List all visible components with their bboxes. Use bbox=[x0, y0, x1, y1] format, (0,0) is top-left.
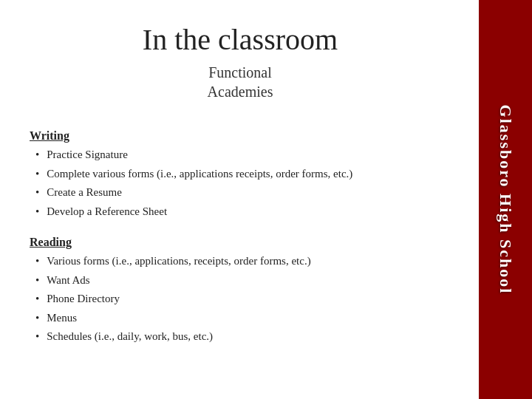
reading-list: • Various forms (i.e., applications, rec… bbox=[30, 252, 311, 347]
list-item: • Develop a Reference Sheet bbox=[35, 202, 352, 222]
bullet-icon: • bbox=[35, 165, 39, 184]
writing-heading: Writing bbox=[30, 129, 352, 143]
list-item: • Phone Directory bbox=[35, 290, 311, 309]
list-item: • Create a Resume bbox=[35, 183, 352, 202]
list-item: • Menus bbox=[35, 309, 311, 328]
page-title: In the classroom bbox=[30, 22, 451, 57]
content-area: In the classroom FunctionalAcademies Wri… bbox=[0, 0, 480, 399]
subtitle: FunctionalAcademies bbox=[30, 63, 451, 101]
list-item: • Practice Signature bbox=[35, 146, 352, 165]
reading-item-1: Various forms (i.e., applications, recei… bbox=[47, 252, 310, 271]
bullet-icon: • bbox=[35, 183, 39, 202]
writing-section: Writing • Practice Signature • Complete … bbox=[30, 119, 352, 225]
bullet-icon: • bbox=[35, 202, 39, 222]
writing-list: • Practice Signature • Complete various … bbox=[30, 146, 352, 221]
list-item: • Various forms (i.e., applications, rec… bbox=[35, 252, 311, 271]
bullet-icon: • bbox=[35, 146, 39, 165]
bullet-icon: • bbox=[35, 252, 39, 271]
side-panel: Glassboro High School bbox=[479, 0, 532, 399]
main-container: In the classroom FunctionalAcademies Wri… bbox=[0, 0, 532, 399]
list-item: • Schedules (i.e., daily, work, bus, etc… bbox=[35, 327, 311, 347]
reading-item-3: Phone Directory bbox=[47, 290, 120, 309]
writing-item-1: Practice Signature bbox=[47, 146, 128, 165]
reading-item-4: Menus bbox=[47, 309, 77, 328]
writing-item-3: Create a Resume bbox=[47, 183, 122, 202]
subtitle-text: FunctionalAcademies bbox=[208, 64, 273, 100]
reading-item-5: Schedules (i.e., daily, work, bus, etc.) bbox=[47, 327, 213, 347]
reading-heading: Reading bbox=[30, 236, 311, 249]
school-name: Glassboro High School bbox=[496, 105, 515, 295]
reading-section: Reading • Various forms (i.e., applicati… bbox=[30, 225, 311, 351]
bullet-icon: • bbox=[35, 327, 39, 347]
bullet-icon: • bbox=[35, 309, 39, 328]
writing-item-2: Complete various forms (i.e., applicatio… bbox=[47, 165, 352, 184]
list-item: • Want Ads bbox=[35, 271, 311, 290]
writing-item-4: Develop a Reference Sheet bbox=[47, 202, 167, 222]
bullet-icon: • bbox=[35, 290, 39, 309]
bullet-icon: • bbox=[35, 271, 39, 290]
reading-item-2: Want Ads bbox=[47, 271, 89, 290]
list-item: • Complete various forms (i.e., applicat… bbox=[35, 165, 352, 184]
